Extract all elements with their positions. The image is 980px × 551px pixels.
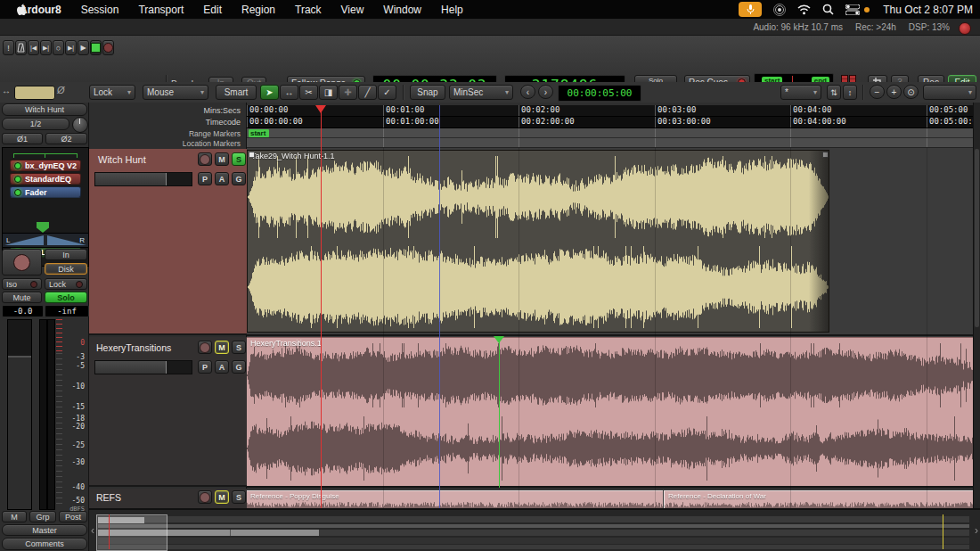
- pan-widget[interactable]: L R: [2, 233, 89, 248]
- contents-tool-button[interactable]: ✓: [378, 85, 396, 100]
- range-tool-button[interactable]: ↔: [280, 85, 298, 100]
- track-playlist-button[interactable]: P: [198, 360, 212, 374]
- track-automation-button[interactable]: A: [215, 360, 229, 374]
- processor-fader[interactable]: Fader: [10, 186, 81, 198]
- ruler-range-markers[interactable]: start: [247, 128, 980, 138]
- menu-window[interactable]: Window: [383, 4, 421, 16]
- hide-track-icon[interactable]: Ø: [57, 85, 65, 95]
- vertical-scrollbar-handle[interactable]: [975, 149, 979, 327]
- processor-bx-dyneq-v2[interactable]: bx_dynEQ V2: [10, 160, 81, 171]
- processor-active-led[interactable]: [14, 176, 21, 183]
- record-arm-button[interactable]: [102, 40, 114, 55]
- spotlight-search-icon[interactable]: [822, 4, 834, 15]
- record-enable-button[interactable]: [2, 249, 42, 276]
- track-mute-button[interactable]: M: [215, 152, 229, 166]
- region-take29[interactable]: Take29_Witch Hunt-1.1: [247, 150, 829, 333]
- track-header-hexerytransitions[interactable]: HexeryTransitions M S P A G: [89, 337, 247, 487]
- zoom-out-button[interactable]: −: [870, 85, 885, 99]
- trim-knob[interactable]: [72, 117, 88, 133]
- metronome-button[interactable]: [15, 40, 27, 55]
- apple-icon[interactable]: [16, 4, 28, 16]
- processor-standardeq[interactable]: StandardEQ: [10, 173, 81, 185]
- region-reference-2[interactable]: Reference - Declaration of War: [664, 490, 980, 508]
- menu-edit[interactable]: Edit: [203, 4, 222, 16]
- scroll-right-icon[interactable]: ›: [975, 524, 978, 537]
- track-lane-hexerytransitions[interactable]: HexeryTransitions.1: [247, 336, 980, 488]
- comments-button[interactable]: Comments: [2, 538, 87, 550]
- track-record-button[interactable]: [198, 152, 212, 166]
- track-lane-refs[interactable]: Reference - Poppy Disguise Reference - D…: [247, 489, 980, 508]
- track-lane-witch-hunt[interactable]: Take29_Witch Hunt-1.1: [247, 148, 980, 336]
- editor-summary[interactable]: ‹ ›: [89, 508, 980, 551]
- start-range-marker[interactable]: start: [249, 129, 269, 137]
- screen-mirroring-icon[interactable]: [773, 4, 786, 16]
- processor-active-led[interactable]: [14, 189, 21, 196]
- draw-tool-button[interactable]: ╱: [358, 85, 377, 100]
- processor-active-led[interactable]: [14, 162, 21, 169]
- metering-point-button[interactable]: Post: [59, 511, 87, 522]
- gain-fader[interactable]: [7, 319, 32, 510]
- region-hexerytransitions[interactable]: HexeryTransitions.1: [247, 337, 980, 486]
- scroll-left-icon[interactable]: ‹: [91, 524, 94, 537]
- control-center-icon[interactable]: [845, 4, 860, 15]
- ruler-label-minsec[interactable]: Mins:Secs: [203, 106, 241, 115]
- track-playlist-button[interactable]: P: [198, 172, 212, 185]
- track-automation-button[interactable]: A: [215, 172, 229, 185]
- ruler-timecode[interactable]: 00:00:00:0000:01:00:0000:02:00:0000:03:0…: [247, 117, 980, 128]
- zoom-in-button[interactable]: +: [886, 85, 902, 99]
- strip-io-button[interactable]: 1/2: [2, 118, 69, 130]
- track-record-button[interactable]: [198, 341, 212, 354]
- waveform-witch-hunt[interactable]: [248, 151, 829, 332]
- track-solo-button[interactable]: S: [232, 490, 246, 504]
- move-tool-button[interactable]: ✚: [339, 85, 357, 100]
- solo-lock-button[interactable]: Lock: [45, 278, 87, 290]
- group-button[interactable]: Grp: [29, 511, 56, 522]
- timefx-tool-button[interactable]: ◨: [319, 85, 338, 100]
- playhead[interactable]: [321, 105, 322, 508]
- track-header-refs[interactable]: REFS M S: [89, 489, 247, 508]
- play-button[interactable]: ▶: [78, 40, 89, 55]
- waveform-hexerytransitions[interactable]: [247, 338, 980, 486]
- marker-green-line[interactable]: [499, 336, 500, 488]
- mono-button[interactable]: M: [2, 511, 27, 522]
- lock-dropdown[interactable]: Lock▾: [89, 85, 135, 100]
- monitor-input-button[interactable]: In: [45, 249, 87, 260]
- phase-2-button[interactable]: Ø2: [45, 133, 87, 144]
- goto-end-button[interactable]: ▶|: [40, 40, 52, 55]
- track-gain-fader[interactable]: [94, 360, 192, 374]
- microphone-in-use-icon[interactable]: [739, 2, 762, 17]
- menu-region[interactable]: Region: [241, 4, 275, 16]
- track-color-swatch[interactable]: [14, 86, 55, 100]
- ruler-label-location-markers[interactable]: Location Markers: [183, 139, 241, 148]
- play-range-button[interactable]: ▶|: [65, 40, 77, 55]
- track-solo-button[interactable]: S: [232, 341, 246, 354]
- track-mute-button[interactable]: M: [215, 341, 229, 354]
- menu-track[interactable]: Track: [295, 4, 322, 16]
- menu-session[interactable]: Session: [81, 4, 119, 16]
- summary-viewport[interactable]: [96, 514, 167, 551]
- ruler-minsec[interactable]: 00:00:0000:01:0000:02:0000:03:0000:04:00…: [247, 105, 980, 117]
- marker-green-triangle-icon[interactable]: [494, 336, 504, 343]
- goto-start-button[interactable]: |◀: [28, 40, 39, 55]
- grab-tool-button[interactable]: ➤: [260, 85, 279, 100]
- cut-tool-button[interactable]: ✂: [299, 85, 318, 100]
- strip-name-button[interactable]: Witch Hunt: [2, 103, 87, 116]
- expand-tracks-button[interactable]: ↕: [843, 85, 857, 100]
- nudge-clock[interactable]: 00:00:05:00: [558, 85, 641, 102]
- playhead-triangle-icon[interactable]: [315, 105, 326, 113]
- nudge-back-button[interactable]: ‹: [520, 85, 535, 99]
- ruler-label-timecode[interactable]: Timecode: [206, 118, 241, 127]
- wifi-icon[interactable]: [797, 4, 811, 15]
- track-record-button[interactable]: [198, 490, 212, 504]
- track-solo-button[interactable]: S: [232, 152, 246, 166]
- menubar-clock[interactable]: Thu Oct 2 8:07 PM: [883, 4, 973, 16]
- ruler-location-markers[interactable]: [247, 138, 980, 148]
- menu-transport[interactable]: Transport: [138, 4, 184, 16]
- track-mute-button[interactable]: M: [215, 490, 229, 504]
- ruler-label-range-markers[interactable]: Range Markers: [189, 129, 241, 138]
- grid-unit-dropdown[interactable]: MinSec▾: [449, 85, 513, 100]
- track-name[interactable]: REFS: [96, 492, 121, 503]
- shrink-tracks-button[interactable]: ⇅: [827, 85, 841, 100]
- master-output-button[interactable]: Master: [2, 524, 87, 536]
- smart-mode-button[interactable]: Smart: [216, 85, 257, 100]
